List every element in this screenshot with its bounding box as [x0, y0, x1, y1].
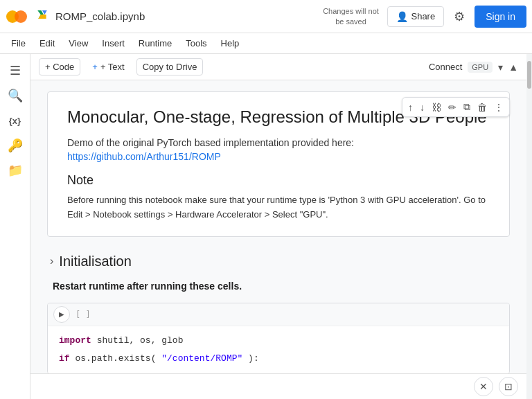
code-line-1: import shutil, os, glob	[59, 333, 498, 348]
menu-view[interactable]: View	[63, 35, 94, 51]
sidebar-secrets-icon[interactable]: 🔑	[4, 134, 26, 157]
cell-move-up-button[interactable]: ↑	[405, 100, 416, 114]
string-literal: "/content/ROMP"	[161, 353, 242, 364]
notebook-toolbar: + Code + + Text Copy to Drive Connect GP…	[30, 54, 526, 80]
restart-warning: Restart runtime after running these cell…	[53, 281, 510, 292]
cell-move-down-button[interactable]: ↓	[417, 100, 427, 114]
code-line-2: if os.path.exists( "/content/ROMP" ):	[59, 351, 498, 366]
sidebar-variables-icon[interactable]: {x}	[4, 109, 26, 132]
sidebar-search-icon[interactable]: 🔍	[4, 85, 26, 107]
connect-label: Connect	[429, 62, 462, 72]
note-text: Before running this notebook make sure t…	[67, 193, 490, 222]
intro-text: Demo of the original PyTorch based imple…	[67, 137, 490, 148]
person-icon: 👤	[396, 11, 408, 22]
cell-link-button[interactable]: ⛓	[429, 100, 444, 114]
changes-warning: Changes will not be saved	[319, 6, 382, 26]
sidebar: ☰ 🔍 {x} 🔑 📁	[0, 54, 30, 399]
cell-delete-button[interactable]: 🗑	[475, 100, 490, 114]
intro-link[interactable]: https://github.com/Arthur151/ROMP	[67, 151, 221, 162]
copy-to-drive-button[interactable]: Copy to Drive	[136, 58, 204, 76]
content-area: + Code + + Text Copy to Drive Connect GP…	[30, 54, 526, 399]
gear-icon: ⚙	[454, 10, 465, 24]
gpu-badge: GPU	[468, 62, 493, 73]
svg-point-1	[15, 10, 27, 23]
if-keyword: if	[59, 353, 70, 364]
menu-insert[interactable]: Insert	[96, 35, 130, 51]
cell-copy-button[interactable]: ⧉	[461, 100, 473, 114]
colab-logo-icon	[6, 6, 28, 28]
code-cell-1: ▶ [ ] import shutil, os, glob if os.path…	[47, 303, 510, 374]
code-content[interactable]: import shutil, os, glob if os.path.exist…	[48, 326, 509, 373]
menubar: File Edit View Insert Runtime Tools Help	[0, 33, 532, 54]
signin-button[interactable]: Sign in	[475, 6, 526, 28]
menu-edit[interactable]: Edit	[34, 35, 60, 51]
scrollbar-track[interactable]	[526, 54, 532, 399]
settings-button[interactable]: ⚙	[450, 5, 469, 28]
plus-text-icon: +	[92, 62, 98, 72]
sidebar-menu-icon[interactable]: ☰	[4, 60, 26, 82]
bottom-bar: ✕ ⊡	[30, 373, 526, 399]
run-button[interactable]: ▶	[53, 306, 70, 323]
share-button[interactable]: 👤 Share	[387, 6, 444, 27]
cell-edit-button[interactable]: ✏	[445, 100, 459, 114]
menu-runtime[interactable]: Runtime	[133, 35, 177, 51]
cell-toolbar-float: ↑ ↓ ⛓ ✏ ⧉ 🗑 ⋮	[402, 97, 510, 117]
cell-bracket: [ ]	[76, 310, 91, 319]
section-header: › Initialisation	[47, 248, 510, 275]
menu-tools[interactable]: Tools	[180, 35, 212, 51]
note-title: Note	[67, 173, 490, 188]
code-cell-header: ▶ [ ]	[48, 303, 509, 326]
section-title: Initialisation	[59, 254, 132, 269]
doc-title[interactable]: ROMP_colab.ipynb	[55, 10, 145, 22]
drive-icon	[36, 8, 48, 24]
section-chevron-icon[interactable]: ›	[50, 255, 53, 267]
main-layout: ☰ 🔍 {x} 🔑 📁 + Code + + Text Copy to Driv…	[0, 54, 532, 399]
menu-help[interactable]: Help	[215, 35, 245, 51]
notebook-content: ↑ ↓ ⛓ ✏ ⧉ 🗑 ⋮ Monocular, One-stage, Regr…	[30, 80, 526, 391]
add-code-button[interactable]: + Code	[39, 58, 80, 76]
topbar: ROMP_colab.ipynb Changes will not be sav…	[0, 0, 532, 33]
import-keyword: import	[59, 335, 91, 346]
toolbar-collapse-button[interactable]: ▲	[508, 62, 518, 73]
scrollbar-thumb[interactable]	[527, 61, 531, 89]
bottom-settings-button[interactable]: ✕	[474, 377, 493, 396]
gpu-dropdown-button[interactable]: ▾	[498, 62, 503, 73]
sidebar-files-icon[interactable]: 📁	[4, 159, 26, 181]
cell-more-button[interactable]: ⋮	[491, 100, 506, 114]
add-text-button[interactable]: + + Text	[86, 58, 130, 76]
bottom-expand-button[interactable]: ⊡	[499, 377, 518, 396]
menu-file[interactable]: File	[6, 35, 31, 51]
